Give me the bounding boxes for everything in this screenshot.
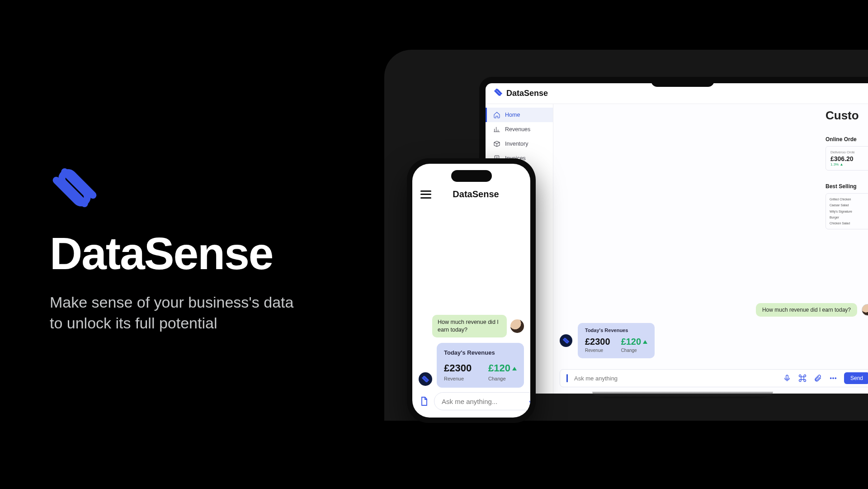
trend-up-icon: [512, 367, 517, 370]
hero-subtitle: Make sense of your business's data to un…: [50, 292, 375, 334]
document-icon[interactable]: [419, 394, 429, 408]
dashboard-panel: Custo Online Orde Deliveroo Orde £306.20…: [826, 109, 868, 229]
attachment-icon[interactable]: [813, 374, 822, 383]
bot-avatar-icon[interactable]: [419, 372, 432, 386]
best-selling-heading: Best Selling: [826, 183, 868, 190]
sidebar-item-label: Inventory: [505, 141, 528, 147]
phone-mockup: DataSense How much revenue did I earn to…: [407, 158, 536, 423]
list-item: Caesar Salad: [830, 202, 868, 208]
card-delta: 1.3% ▲: [830, 162, 868, 166]
user-message-bubble: How much revenue did I earn today?: [432, 315, 507, 337]
main-panel: Custo Online Orde Deliveroo Orde £306.20…: [553, 104, 868, 394]
revenue-label: Revenue: [585, 348, 610, 353]
change-value: £120: [488, 362, 517, 374]
list-item: Grilled Chicken: [830, 196, 868, 202]
phone-screen: DataSense How much revenue did I earn to…: [412, 164, 530, 418]
change-label: Change: [621, 348, 648, 353]
user-message-row: How much revenue did I earn today?: [419, 315, 524, 337]
laptop-base: [592, 392, 773, 398]
chat-input-row: Send: [560, 369, 868, 387]
hero-subtitle-line2: to unlock its full potential: [50, 314, 217, 332]
brand-logo-icon: [50, 163, 99, 213]
online-orders-heading: Online Orde: [826, 136, 868, 142]
box-icon: [493, 140, 500, 147]
chat-area: How much revenue did I earn today? Today…: [560, 303, 868, 387]
change-label: Change: [488, 376, 517, 381]
hero-title: DataSense: [50, 231, 375, 276]
laptop-screen: DataSense Home Revenues: [486, 83, 868, 394]
sidebar-item-home[interactable]: Home: [486, 108, 553, 122]
chat-input-field[interactable]: [434, 392, 530, 410]
app-title: DataSense: [506, 89, 548, 98]
user-avatar-icon[interactable]: [862, 304, 868, 316]
hero: DataSense Make sense of your business's …: [50, 163, 375, 334]
online-orders-card[interactable]: Deliveroo Orde £306.20 1.3% ▲: [826, 146, 868, 171]
change-value: £120: [621, 337, 648, 347]
phone-island: [451, 170, 492, 182]
chat-input[interactable]: [442, 398, 528, 405]
revenue-value: £2300: [585, 337, 610, 347]
card-caption: Deliveroo Orde: [830, 150, 868, 154]
list-item: Chicken Salad: [830, 220, 868, 226]
sidebar-item-inventory[interactable]: Inventory: [486, 137, 553, 151]
best-selling-list: Grilled Chicken Caesar Salad Wily's Sign…: [826, 193, 868, 229]
revenue-card-title: Today's Revenues: [444, 349, 517, 356]
trend-up-icon: [643, 340, 647, 344]
command-icon[interactable]: [798, 374, 807, 383]
revenue-label: Revenue: [444, 376, 472, 381]
dashboard-heading: Custo: [826, 109, 868, 123]
bot-reply-row: Today's Revenues £2300 Revenue £120: [560, 323, 868, 358]
mic-icon[interactable]: [783, 374, 792, 383]
user-avatar-icon[interactable]: [510, 319, 524, 333]
chat-input[interactable]: [574, 375, 776, 382]
list-item: Wily's Signature: [830, 209, 868, 214]
more-icon[interactable]: [829, 374, 838, 383]
chat-area: How much revenue did I earn today? Today…: [419, 315, 524, 388]
chart-icon: [493, 126, 500, 133]
bot-reply-row: Today's Revenues £2300 Revenue £120 Chan…: [419, 343, 524, 388]
app-title: DataSense: [429, 189, 522, 199]
revenue-card-title: Today's Revenues: [585, 328, 647, 333]
revenue-card[interactable]: Today's Revenues £2300 Revenue £120 Chan…: [437, 343, 524, 388]
sidebar-item-label: Revenues: [505, 126, 530, 133]
brand-logo-icon: [494, 88, 503, 99]
bot-avatar-icon[interactable]: [560, 334, 572, 347]
chat-input-row: [419, 392, 524, 410]
sidebar-item-label: Home: [505, 112, 520, 118]
home-icon: [493, 111, 500, 119]
user-message-bubble: How much revenue did I earn today?: [756, 303, 857, 317]
list-item: Burger: [830, 214, 868, 220]
revenue-card[interactable]: Today's Revenues £2300 Revenue £120: [578, 323, 655, 358]
mic-icon[interactable]: [528, 396, 530, 406]
device-stage: DataSense Home Revenues: [384, 50, 868, 421]
revenue-value: £2300: [444, 362, 472, 374]
input-caret-indicator: [566, 374, 568, 382]
sidebar-item-revenues[interactable]: Revenues: [486, 122, 553, 137]
hero-subtitle-line1: Make sense of your business's data: [50, 294, 293, 311]
send-button[interactable]: Send: [844, 372, 868, 384]
laptop-notch: [651, 77, 714, 87]
card-value: £306.20: [830, 155, 868, 162]
user-message-row: How much revenue did I earn today?: [560, 303, 868, 317]
laptop-mockup: DataSense Home Revenues: [479, 77, 868, 403]
